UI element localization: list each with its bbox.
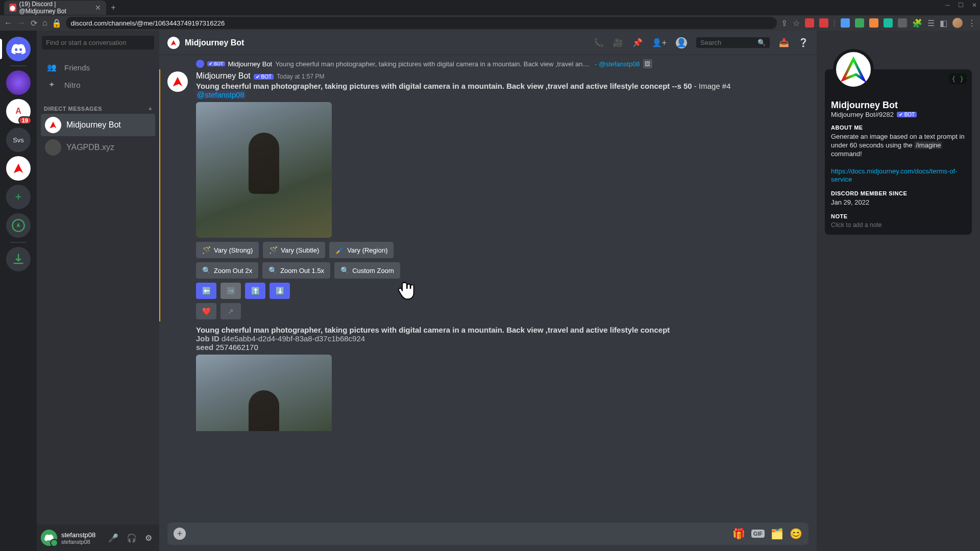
user-tag: stefanstp08 bbox=[61, 539, 101, 545]
settings-icon[interactable]: ⚙ bbox=[142, 530, 155, 546]
bookmark-icon[interactable]: ☆ bbox=[793, 18, 800, 28]
pinned-icon[interactable]: 📌 bbox=[632, 38, 643, 47]
deafen-icon[interactable]: 🎧 bbox=[124, 530, 140, 546]
favorite-button[interactable]: ❤️ bbox=[196, 303, 216, 319]
pan-left-button[interactable]: ⬅️ bbox=[196, 283, 216, 299]
reply-avatar-icon bbox=[196, 60, 204, 68]
server-item-2[interactable]: A19 bbox=[6, 99, 31, 123]
region-icon: 🖌️ bbox=[335, 246, 344, 254]
discord-home-button[interactable] bbox=[6, 37, 31, 61]
midjourney-logo-icon bbox=[11, 161, 26, 176]
browser-tab[interactable]: ⬤ (19) Discord | @Midjourney Bot ✕ bbox=[4, 1, 106, 15]
image-attachment-icon[interactable]: 🖼 bbox=[643, 59, 652, 68]
tab-close-icon[interactable]: ✕ bbox=[95, 4, 101, 12]
zoom-out-1_5x-button[interactable]: 🔍Zoom Out 1.5x bbox=[262, 262, 330, 279]
reply-context[interactable]: ✔ BOT Midjourney Bot Young cheerful man … bbox=[167, 59, 808, 68]
profile-badge[interactable]: { } bbox=[949, 73, 967, 84]
user-profile-icon[interactable]: 👤 bbox=[676, 37, 687, 48]
video-call-icon[interactable]: 🎥 bbox=[613, 38, 623, 47]
voice-call-icon[interactable]: 📞 bbox=[594, 38, 604, 47]
extension-icon-5[interactable] bbox=[869, 18, 878, 28]
forward-icon[interactable]: → bbox=[17, 18, 26, 28]
vary-subtle-button[interactable]: 🪄Vary (Subtle) bbox=[263, 242, 325, 258]
extension-icon-7[interactable] bbox=[898, 18, 907, 28]
messages-container[interactable]: ✔ BOT Midjourney Bot Young cheerful man … bbox=[159, 55, 817, 522]
message-input-area: + 🎁 GIF 🗂️ 😊 bbox=[159, 522, 817, 551]
compass-icon bbox=[11, 218, 26, 233]
generated-image-2[interactable] bbox=[196, 355, 332, 431]
minimize-icon[interactable]: ─ bbox=[945, 2, 950, 9]
address-bar[interactable] bbox=[66, 17, 777, 29]
message-author[interactable]: Midjourney Bot bbox=[196, 71, 251, 81]
sticker-icon[interactable]: 🗂️ bbox=[771, 528, 783, 540]
side-panel-icon[interactable]: ◧ bbox=[940, 18, 947, 28]
download-icon bbox=[11, 252, 26, 266]
chat-header: Midjourney Bot 📞 🎥 📌 👤+ 👤 Search 🔍 📥 ❔ bbox=[159, 31, 817, 55]
inbox-icon[interactable]: 📥 bbox=[779, 38, 789, 47]
note-field[interactable]: Click to add a note bbox=[831, 221, 966, 229]
web-button[interactable]: ↗ bbox=[220, 303, 241, 319]
server-item-svs[interactable]: Svs bbox=[6, 128, 31, 152]
friends-tab[interactable]: 👥 Friends bbox=[41, 59, 155, 76]
emoji-icon[interactable]: 😊 bbox=[790, 528, 802, 540]
new-tab-button[interactable]: + bbox=[106, 1, 120, 15]
gif-button[interactable]: GIF bbox=[751, 530, 765, 538]
profile-avatar[interactable] bbox=[833, 49, 874, 90]
download-apps-button[interactable] bbox=[6, 247, 31, 271]
menu-icon[interactable]: ⋮ bbox=[968, 18, 976, 28]
attach-button[interactable]: + bbox=[174, 528, 186, 540]
extension-icon-4[interactable] bbox=[855, 18, 864, 28]
bot-badge: ✔ BOT bbox=[207, 61, 225, 66]
user-avatar[interactable] bbox=[41, 530, 57, 546]
dm-item-midjourney[interactable]: Midjourney Bot bbox=[41, 114, 155, 136]
gift-icon[interactable]: 🎁 bbox=[732, 528, 745, 540]
reading-list-icon[interactable]: ☰ bbox=[927, 18, 935, 28]
share-icon[interactable]: ⇪ bbox=[781, 18, 788, 28]
pan-up-button[interactable]: ⬆️ bbox=[245, 283, 265, 299]
profile-avatar-icon[interactable] bbox=[952, 18, 963, 28]
add-friends-icon[interactable]: 👤+ bbox=[652, 38, 667, 47]
help-icon[interactable]: ❔ bbox=[798, 38, 808, 47]
find-conversation-input[interactable] bbox=[42, 36, 154, 49]
home-icon[interactable]: ⌂ bbox=[42, 18, 47, 28]
extensions-icon[interactable]: 🧩 bbox=[912, 18, 922, 28]
message-mention[interactable]: @stefanstp08 bbox=[196, 90, 246, 99]
message-input[interactable]: + 🎁 GIF 🗂️ 😊 bbox=[167, 522, 808, 545]
extension-icon-2[interactable] bbox=[819, 18, 828, 28]
reply-mention[interactable]: - @stefanstp08 bbox=[595, 60, 640, 68]
docs-link[interactable]: https://docs.midjourney.com/docs/terms-o… bbox=[831, 167, 958, 184]
pan-right-button[interactable]: ➡️ bbox=[220, 283, 241, 299]
message-avatar[interactable] bbox=[167, 71, 188, 92]
extension-icon-6[interactable] bbox=[884, 18, 893, 28]
server-item-midjourney[interactable] bbox=[6, 156, 31, 181]
mute-icon[interactable]: 🎤 bbox=[105, 530, 121, 546]
add-server-button[interactable]: + bbox=[6, 185, 31, 209]
zoom-icon: 🔍 bbox=[340, 266, 349, 274]
user-name: stefanstp08 bbox=[61, 531, 101, 539]
server-divider bbox=[10, 242, 27, 243]
pan-down-button[interactable]: ⬇️ bbox=[270, 283, 290, 299]
extension-icon-3[interactable] bbox=[841, 18, 850, 28]
reload-icon[interactable]: ⟳ bbox=[31, 18, 37, 28]
chat-title: Midjourney Bot bbox=[185, 38, 244, 47]
zoom-out-2x-button[interactable]: 🔍Zoom Out 2x bbox=[196, 262, 258, 279]
generated-image[interactable] bbox=[196, 102, 332, 238]
extension-separator: | bbox=[834, 18, 836, 28]
chat-search[interactable]: Search 🔍 bbox=[696, 37, 770, 48]
vary-region-button[interactable]: 🖌️Vary (Region) bbox=[329, 242, 394, 258]
note-title: NOTE bbox=[831, 213, 966, 219]
close-icon[interactable]: ✕ bbox=[972, 2, 977, 9]
nitro-tab[interactable]: ✦ Nitro bbox=[41, 76, 155, 93]
server-item-1[interactable] bbox=[6, 70, 31, 95]
back-icon[interactable]: ← bbox=[4, 18, 12, 28]
site-info-icon[interactable]: 🔒 bbox=[52, 18, 62, 28]
maximize-icon[interactable]: ☐ bbox=[958, 2, 964, 9]
explore-servers-button[interactable] bbox=[6, 213, 31, 238]
dm-avatar-icon bbox=[45, 139, 61, 156]
bot-badge: ✔ BOT bbox=[254, 74, 274, 80]
dm-item-yagpdb[interactable]: YAGPDB.xyz bbox=[41, 136, 155, 159]
vary-strong-button[interactable]: 🪄Vary (Strong) bbox=[196, 242, 259, 258]
extension-abp-icon[interactable] bbox=[805, 18, 814, 28]
custom-zoom-button[interactable]: 🔍Custom Zoom bbox=[334, 262, 400, 279]
create-dm-icon[interactable]: + bbox=[149, 106, 152, 112]
